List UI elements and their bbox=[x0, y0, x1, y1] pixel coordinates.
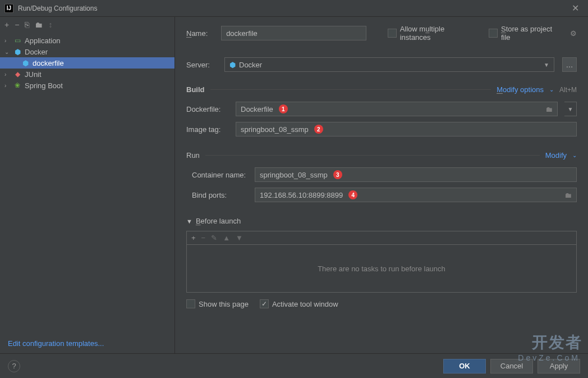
activate-tool-row[interactable]: Activate tool window bbox=[260, 299, 338, 308]
bind-ports-label: Bind ports: bbox=[186, 191, 248, 199]
container-name-value: springboot_08_ssmp bbox=[260, 171, 328, 179]
window-title: Run/Debug Configurations bbox=[18, 4, 567, 12]
folder-icon[interactable]: 🖿 bbox=[35, 20, 43, 29]
dockerfile-row: Dockerfile: Dockerfile 1 🖿 ▼ bbox=[186, 102, 577, 116]
before-launch-header[interactable]: ▼ Before launch bbox=[186, 217, 577, 225]
store-project-checkbox[interactable] bbox=[489, 29, 497, 38]
activate-tool-checkbox[interactable] bbox=[260, 299, 269, 308]
chevron-down-icon[interactable]: ▼ bbox=[564, 102, 577, 116]
junit-icon: ◆ bbox=[12, 70, 22, 78]
dockerfile-input[interactable]: Dockerfile 1 🖿 bbox=[236, 102, 558, 116]
sort-icon[interactable]: ↕ bbox=[48, 20, 52, 29]
chevron-right-icon: › bbox=[4, 38, 12, 44]
build-section-header: Build Modify options ⌄ Alt+M bbox=[186, 85, 577, 94]
show-page-row[interactable]: Show this page bbox=[186, 299, 249, 308]
gear-icon[interactable]: ⚙ bbox=[570, 29, 577, 38]
modify-shortcut: Alt+M bbox=[559, 86, 577, 94]
tree-item-junit[interactable]: › ◆ JUnit bbox=[0, 69, 174, 80]
cancel-button[interactable]: Cancel bbox=[490, 359, 533, 374]
image-tag-row: Image tag: springboot_08_ssmp 2 bbox=[186, 122, 577, 136]
springboot-icon: ❀ bbox=[12, 81, 22, 89]
badge-2: 2 bbox=[314, 125, 323, 134]
edit-icon[interactable]: ✎ bbox=[211, 234, 217, 242]
remove-icon[interactable]: − bbox=[15, 20, 19, 29]
config-tree: › ▭ Application ⌄ ⬢ Docker ⬢ dockerfile … bbox=[0, 33, 174, 334]
copy-icon[interactable]: ⎘ bbox=[25, 20, 29, 29]
image-tag-input[interactable]: springboot_08_ssmp 2 bbox=[236, 122, 577, 136]
add-icon[interactable]: + bbox=[191, 234, 196, 242]
allow-multiple-label: Allow multiple instances bbox=[400, 25, 475, 42]
container-name-input[interactable]: springboot_08_ssmp 3 bbox=[255, 167, 577, 182]
allow-multiple-checkbox[interactable] bbox=[388, 29, 396, 38]
close-icon[interactable]: ✕ bbox=[567, 3, 584, 13]
image-tag-label: Image tag: bbox=[186, 125, 229, 134]
modify-options-link[interactable]: Modify options bbox=[497, 85, 544, 94]
separator bbox=[205, 155, 540, 156]
show-page-label: Show this page bbox=[199, 300, 249, 308]
tree-item-dockerfile[interactable]: ⬢ dockerfile bbox=[0, 57, 174, 69]
server-value: Docker bbox=[239, 61, 262, 69]
name-row: Name: Allow multiple instances Store as … bbox=[186, 25, 577, 42]
container-name-label: Container name: bbox=[186, 171, 248, 179]
titlebar: IJ Run/Debug Configurations ✕ bbox=[0, 0, 588, 17]
help-button[interactable]: ? bbox=[8, 360, 20, 372]
before-launch-label: Before launch bbox=[196, 217, 241, 225]
apply-button[interactable]: Apply bbox=[538, 359, 580, 374]
down-icon[interactable]: ▼ bbox=[236, 234, 243, 242]
tree-item-application[interactable]: › ▭ Application bbox=[0, 35, 174, 46]
server-row: Server: ⬢ Docker ▼ … bbox=[186, 57, 577, 72]
before-launch-section: ▼ Before launch + − ✎ ▲ ▼ There are no t… bbox=[186, 217, 577, 308]
remove-icon[interactable]: − bbox=[201, 234, 206, 242]
folder-icon[interactable]: 🖿 bbox=[564, 191, 572, 199]
folder-icon[interactable]: 🖿 bbox=[545, 105, 553, 113]
chevron-right-icon: › bbox=[4, 83, 12, 89]
before-launch-empty: There are no tasks to run before launch bbox=[186, 244, 577, 293]
container-name-row: Container name: springboot_08_ssmp 3 bbox=[186, 167, 577, 182]
chevron-down-icon: ▼ bbox=[186, 218, 192, 225]
bind-ports-input[interactable]: 192.168.56.10:8899:8899 4 🖿 bbox=[255, 188, 577, 202]
bottom-bar: ? OK Cancel Apply bbox=[0, 353, 588, 378]
up-icon[interactable]: ▲ bbox=[223, 234, 230, 242]
app-icon: IJ bbox=[4, 4, 13, 13]
name-input[interactable] bbox=[221, 26, 366, 40]
name-label: Name: bbox=[186, 29, 214, 38]
bind-ports-row: Bind ports: 192.168.56.10:8899:8899 4 🖿 bbox=[186, 188, 577, 202]
tree-item-springboot[interactable]: › ❀ Spring Boot bbox=[0, 80, 174, 91]
badge-4: 4 bbox=[348, 190, 357, 199]
store-project-label: Store as project file bbox=[501, 25, 561, 42]
chevron-down-icon: ⌄ bbox=[572, 152, 577, 158]
before-launch-toolbar: + − ✎ ▲ ▼ bbox=[186, 231, 577, 244]
main-container: + − ⎘ 🖿 ↕ › ▭ Application ⌄ ⬢ Docker ⬢ d… bbox=[0, 17, 588, 353]
docker-icon: ⬢ bbox=[12, 48, 22, 56]
docker-icon: ⬢ bbox=[229, 61, 236, 69]
dockerfile-value: Dockerfile bbox=[241, 105, 273, 113]
chevron-down-icon: ▼ bbox=[544, 62, 549, 68]
run-title: Run bbox=[186, 151, 200, 160]
show-page-checkbox[interactable] bbox=[186, 299, 195, 308]
no-tasks-text: There are no tasks to run before launch bbox=[318, 265, 445, 273]
server-select[interactable]: ⬢ Docker ▼ bbox=[224, 57, 554, 72]
modify-run-link[interactable]: Modify bbox=[545, 151, 567, 160]
dockerfile-label: Dockerfile: bbox=[186, 105, 229, 113]
bottom-checkboxes: Show this page Activate tool window bbox=[186, 299, 577, 308]
image-tag-value: springboot_08_ssmp bbox=[241, 125, 309, 134]
build-title: Build bbox=[186, 85, 205, 94]
application-icon: ▭ bbox=[12, 37, 22, 44]
chevron-down-icon: ⌄ bbox=[4, 49, 12, 55]
run-section-header: Run Modify ⌄ bbox=[186, 151, 577, 160]
badge-1: 1 bbox=[279, 104, 288, 113]
store-project-checkbox-row[interactable]: Store as project file bbox=[489, 25, 561, 42]
chevron-right-icon: › bbox=[4, 71, 12, 78]
allow-multiple-checkbox-row[interactable]: Allow multiple instances bbox=[388, 25, 474, 42]
chevron-down-icon: ⌄ bbox=[549, 86, 554, 93]
separator bbox=[210, 89, 491, 90]
bind-ports-value: 192.168.56.10:8899:8899 bbox=[260, 191, 343, 199]
server-browse-button[interactable]: … bbox=[562, 57, 577, 72]
docker-icon: ⬢ bbox=[20, 59, 30, 67]
ok-button[interactable]: OK bbox=[443, 359, 486, 374]
edit-templates-link[interactable]: Edit configuration templates... bbox=[0, 334, 174, 353]
badge-3: 3 bbox=[333, 170, 342, 179]
tree-item-docker[interactable]: ⌄ ⬢ Docker bbox=[0, 46, 174, 57]
content-panel: Name: Allow multiple instances Store as … bbox=[175, 17, 588, 353]
add-icon[interactable]: + bbox=[4, 20, 9, 29]
